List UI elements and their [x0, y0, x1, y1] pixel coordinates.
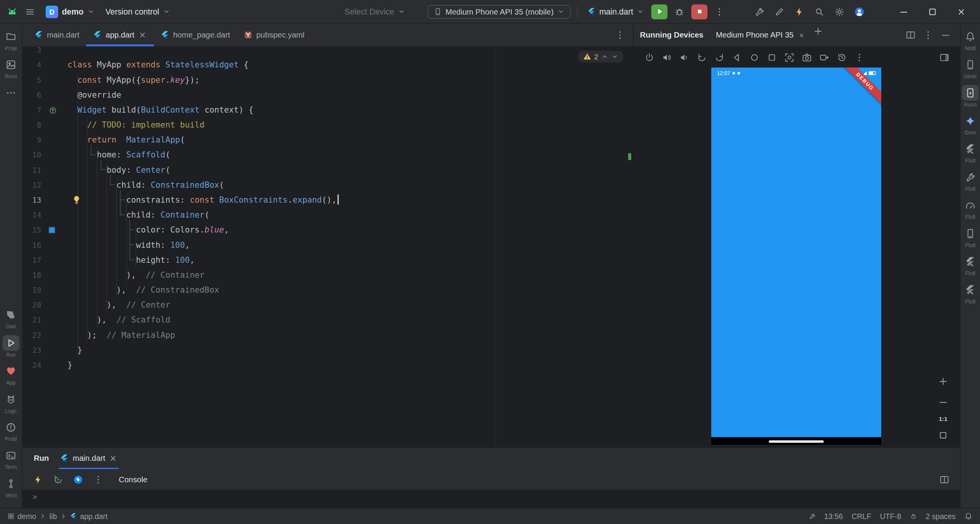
volume-down-button[interactable]: [676, 50, 693, 65]
tool-button-flutter-performance[interactable]: Flutt: [960, 198, 980, 220]
editor-tab-options-button[interactable]: [612, 28, 628, 43]
editor-tab-main.dart[interactable]: main.dart: [28, 24, 87, 46]
tool-button-logcat[interactable]: Logc: [0, 391, 22, 414]
indent-setting[interactable]: 2 spaces: [926, 512, 956, 521]
vcs-change-marker[interactable]: [628, 153, 631, 160]
tool-button-resource-manager[interactable]: Reso: [0, 57, 22, 80]
back-button[interactable]: [729, 50, 745, 65]
run-more-options-button[interactable]: [90, 472, 106, 487]
breadcrumb-file[interactable]: app.dart: [80, 512, 108, 521]
cursor-position[interactable]: 13:56: [824, 512, 843, 521]
file-encoding[interactable]: UTF-8: [880, 512, 902, 521]
next-issue-icon[interactable]: [611, 53, 618, 60]
split-console-button[interactable]: [936, 472, 952, 487]
tool-button-version-control[interactable]: Versi: [0, 476, 22, 498]
power-button[interactable]: [641, 50, 657, 65]
code-line-24[interactable]: 24}: [23, 358, 633, 373]
color-preview[interactable]: [49, 227, 55, 233]
split-panel-button[interactable]: [903, 28, 919, 43]
rotate-right-button[interactable]: [711, 50, 727, 65]
ai-assist-button[interactable]: [791, 4, 807, 19]
project-selector[interactable]: D demo: [42, 3, 98, 20]
compose-button[interactable]: [771, 4, 787, 19]
zoom-fit-button[interactable]: [935, 428, 951, 443]
breadcrumb-folder[interactable]: lib: [49, 512, 57, 521]
code-line-12[interactable]: 12 child: ConstrainedBox(: [23, 178, 633, 193]
code-line-6[interactable]: 6 @override: [23, 88, 633, 103]
previous-issue-icon[interactable]: [601, 53, 608, 60]
code-line-8[interactable]: 8 // TODO: implement build: [23, 118, 633, 133]
video-button[interactable]: [816, 50, 832, 65]
code-line-11[interactable]: 11 body: Center(: [23, 162, 633, 177]
code-line-4[interactable]: 4class MyApp extends StatelessWidget {: [23, 57, 633, 72]
zoom-in-button[interactable]: [935, 374, 951, 389]
tool-button-more-tool-windows[interactable]: [0, 85, 22, 101]
tool-button-problems[interactable]: Probl: [0, 420, 22, 442]
device-screen[interactable]: 12:07 3G DEBUG: [711, 67, 881, 445]
tool-button-run[interactable]: Run: [0, 335, 22, 358]
code-line-9[interactable]: 9 return MaterialApp(: [23, 133, 633, 147]
tool-button-notifications[interactable]: Notif: [960, 29, 980, 51]
gesture-pill[interactable]: [769, 440, 824, 443]
volume-up-button[interactable]: [659, 50, 675, 65]
notifications-icon[interactable]: [964, 512, 972, 520]
code-line-10[interactable]: 10 home: Scaffold(: [23, 147, 633, 162]
select-device-dropdown[interactable]: Select Device: [341, 5, 408, 18]
tool-button-flutter-devices[interactable]: Flutt: [960, 226, 980, 248]
zoom-1-1-button[interactable]: 1:1: [939, 415, 947, 422]
console-output[interactable]: >: [23, 490, 960, 508]
code-line-17[interactable]: 17 height: 100,: [23, 253, 633, 268]
main-menu-button[interactable]: [22, 4, 38, 19]
tool-button-project[interactable]: Proje: [0, 29, 22, 51]
close-tab-icon[interactable]: [138, 31, 147, 39]
console-tab[interactable]: Console: [119, 475, 147, 484]
code-line-7[interactable]: 7 Widget build(BuildContext context) {: [23, 103, 633, 118]
zoom-out-button[interactable]: [935, 395, 951, 409]
tool-button-device-manager[interactable]: Devic: [960, 57, 980, 80]
hot-restart-button[interactable]: [50, 472, 66, 487]
minimize-window-button[interactable]: [891, 0, 916, 23]
add-device-tab-button[interactable]: [810, 24, 826, 39]
tool-button-terminal[interactable]: Term: [0, 448, 22, 470]
code-line-22[interactable]: 22 ); // MaterialApp: [23, 328, 633, 343]
tool-button-flutter-outline[interactable]: Flutt: [960, 141, 980, 164]
device-tab[interactable]: Medium Phone API 35: [711, 24, 810, 46]
run-configuration-selector[interactable]: main.dart: [584, 5, 648, 18]
tool-button-gemini[interactable]: Gem: [960, 113, 980, 136]
tool-button-flutter-tool-2[interactable]: Flutt: [960, 282, 980, 305]
editor-tab-home_page.dart[interactable]: home_page.dart: [154, 24, 237, 46]
breadcrumb-project[interactable]: demo: [18, 512, 36, 521]
vcs-widget[interactable]: Version control: [102, 5, 174, 18]
settings-button[interactable]: [831, 4, 847, 19]
editor-area[interactable]: 34class MyApp extends StatelessWidget {5…: [23, 47, 633, 447]
code-line-5[interactable]: 5 const MyApp({super.key});: [23, 72, 633, 87]
tool-button-dart-analysis[interactable]: Dart: [0, 307, 22, 330]
run-panel-title[interactable]: Run: [29, 448, 54, 469]
editor-tab-pubspec.yaml[interactable]: pubspec.yaml: [237, 24, 311, 46]
open-devtools-button[interactable]: [70, 472, 86, 487]
close-device-tab-icon[interactable]: [798, 31, 805, 38]
home-nav-button[interactable]: [746, 50, 762, 65]
tool-button-flutter-tool[interactable]: Flutt: [960, 254, 980, 277]
lock-icon[interactable]: [910, 513, 917, 520]
float-device-button[interactable]: [936, 50, 952, 65]
code-line-20[interactable]: 20 ), // Center: [23, 298, 633, 313]
recents-button[interactable]: [764, 50, 780, 65]
camera-button[interactable]: [799, 50, 815, 65]
run-button[interactable]: [651, 4, 667, 19]
rotate-left-button[interactable]: [694, 50, 710, 65]
device-tools-button[interactable]: [751, 4, 767, 19]
line-ending[interactable]: CRLF: [852, 512, 871, 521]
device-selector[interactable]: Medium Phone API 35 (mobile): [427, 5, 570, 18]
hot-reload-button[interactable]: [30, 472, 46, 487]
code-line-14[interactable]: 14 child: Container(: [23, 208, 633, 223]
override-icon[interactable]: [49, 106, 57, 114]
debug-button[interactable]: [671, 4, 687, 19]
inspection-widget[interactable]: 2: [578, 51, 623, 62]
code-line-13[interactable]: 13 constraints: const BoxConstraints.exp…: [23, 193, 633, 208]
code-line-23[interactable]: 23 }: [23, 343, 633, 358]
code-line-16[interactable]: 16 width: 100,: [23, 237, 633, 252]
code-line-3[interactable]: 3: [23, 47, 633, 57]
kebab-button[interactable]: [851, 50, 867, 65]
code-line-18[interactable]: 18 ), // Container: [23, 268, 633, 283]
